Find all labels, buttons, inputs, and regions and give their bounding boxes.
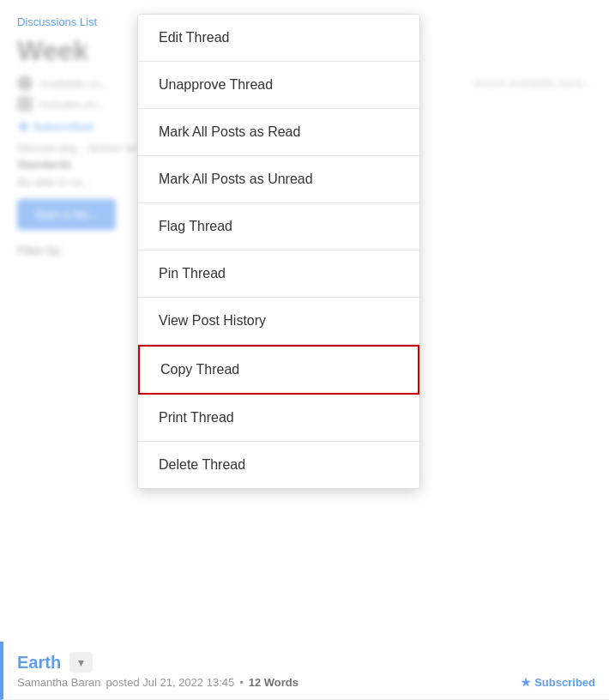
dropdown-item-mark-all-posts-as-read[interactable]: Mark All Posts as Read <box>138 109 419 156</box>
dropdown-item-unapprove-thread[interactable]: Unapprove Thread <box>138 62 419 109</box>
dropdown-item-copy-thread[interactable]: Copy Thread <box>138 345 419 395</box>
dropdown-item-print-thread[interactable]: Print Thread <box>138 395 419 442</box>
dropdown-item-delete-thread[interactable]: Delete Thread <box>138 442 419 488</box>
dropdown-menu: Edit ThreadUnapprove ThreadMark All Post… <box>137 14 420 489</box>
dropdown-item-flag-thread[interactable]: Flag Thread <box>138 203 419 250</box>
dropdown-item-view-post-history[interactable]: View Post History <box>138 298 419 345</box>
dropdown-item-edit-thread[interactable]: Edit Thread <box>138 15 419 62</box>
dropdown-item-pin-thread[interactable]: Pin Thread <box>138 250 419 298</box>
dropdown-item-mark-all-posts-as-unread[interactable]: Mark All Posts as Unread <box>138 156 419 203</box>
